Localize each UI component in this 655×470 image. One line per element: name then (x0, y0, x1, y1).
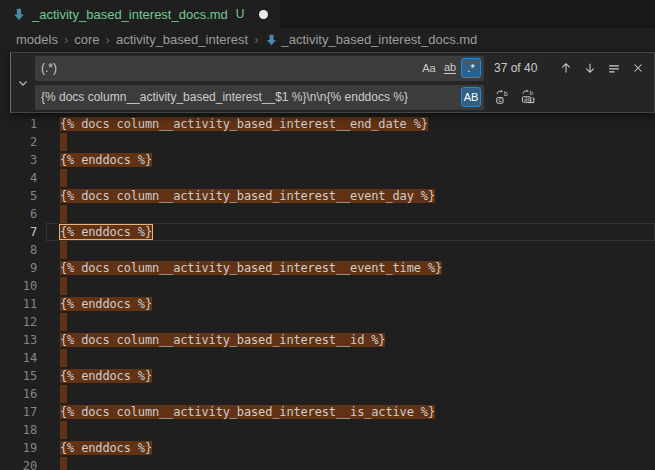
find-match: {% enddocs %} (60, 369, 152, 383)
find-match-empty (60, 277, 67, 295)
editor-line[interactable]: 7{% enddocs %} (0, 223, 655, 241)
line-content[interactable]: {% docs column__activity_based_interest_… (60, 187, 435, 205)
line-number[interactable]: 6 (0, 205, 37, 223)
dbt-file-icon (12, 7, 26, 21)
editor-line[interactable]: 17{% docs column__activity_based_interes… (0, 403, 655, 421)
breadcrumb-item-file[interactable]: _activity_based_interest_docs.md (265, 32, 478, 47)
line-content[interactable]: {% enddocs %} (60, 295, 152, 313)
find-match: {% enddocs %} (60, 153, 152, 167)
editor-line[interactable]: 18 (0, 421, 655, 439)
line-content[interactable] (60, 277, 67, 295)
current-find-match: {% enddocs %} (60, 225, 152, 239)
line-number[interactable]: 10 (0, 277, 37, 295)
replace-input[interactable] (35, 90, 460, 104)
find-in-selection-button[interactable] (604, 58, 624, 78)
dbt-file-icon (265, 33, 278, 46)
find-input[interactable] (35, 61, 418, 75)
line-number[interactable]: 9 (0, 259, 37, 277)
editor-line[interactable]: 8 (0, 241, 655, 259)
line-number[interactable]: 3 (0, 151, 37, 169)
editor[interactable]: Aa ab .* 37 of 40 (0, 50, 655, 470)
find-match-empty (60, 349, 67, 367)
line-number[interactable]: 8 (0, 241, 37, 259)
editor-line[interactable]: 3{% enddocs %} (0, 151, 655, 169)
editor-line[interactable]: 6 (0, 205, 655, 223)
line-number[interactable]: 1 (0, 115, 37, 133)
breadcrumb-item-models[interactable]: models (16, 32, 58, 47)
line-number[interactable]: 12 (0, 313, 37, 331)
line-number[interactable]: 4 (0, 169, 37, 187)
editor-line[interactable]: 4 (0, 169, 655, 187)
line-number[interactable]: 19 (0, 439, 37, 457)
line-content[interactable]: {% docs column__activity_based_interest_… (60, 403, 435, 421)
line-content[interactable] (60, 349, 67, 367)
line-content[interactable] (60, 421, 67, 439)
breadcrumb-item-core[interactable]: core (74, 32, 99, 47)
close-icon[interactable] (628, 58, 648, 78)
line-content[interactable] (60, 205, 67, 223)
editor-line[interactable]: 20 (0, 457, 655, 470)
line-content[interactable]: {% enddocs %} (60, 439, 152, 457)
line-content[interactable]: {% docs column__activity_based_interest_… (60, 331, 385, 349)
line-number[interactable]: 2 (0, 133, 37, 151)
replace-all-icon[interactable]: b ac (518, 87, 538, 107)
line-number[interactable]: 11 (0, 295, 37, 313)
line-content[interactable]: {% enddocs %} (60, 367, 152, 385)
editor-line[interactable]: 15{% enddocs %} (0, 367, 655, 385)
next-match-button[interactable] (580, 58, 600, 78)
editor-line[interactable]: 9{% docs column__activity_based_interest… (0, 259, 655, 277)
regex-toggle[interactable]: .* (461, 58, 481, 78)
editor-line[interactable]: 12 (0, 313, 655, 331)
line-content[interactable] (60, 241, 67, 259)
line-content[interactable] (60, 133, 67, 151)
editor-line[interactable]: 19{% enddocs %} (0, 439, 655, 457)
editor-line[interactable]: 10 (0, 277, 655, 295)
line-content[interactable]: {% enddocs %} (60, 223, 152, 241)
editor-line[interactable]: 5{% docs column__activity_based_interest… (0, 187, 655, 205)
find-match: {% docs column__activity_based_interest_… (60, 189, 435, 203)
chevron-down-icon (15, 75, 31, 91)
toggle-replace-button[interactable] (11, 53, 35, 112)
editor-line[interactable]: 2 (0, 133, 655, 151)
line-content[interactable]: {% enddocs %} (60, 151, 152, 169)
editor-line[interactable]: 14 (0, 349, 655, 367)
modified-dot-icon[interactable] (259, 10, 268, 19)
code-area[interactable]: 1{% docs column__activity_based_interest… (0, 50, 655, 470)
line-number[interactable]: 18 (0, 421, 37, 439)
tab-bar: _activity_based_interest_docs.md U (0, 0, 655, 28)
line-content[interactable]: {% docs column__activity_based_interest_… (60, 259, 442, 277)
editor-line[interactable]: 11{% enddocs %} (0, 295, 655, 313)
breadcrumb: models › core › activity_based_interest … (0, 28, 655, 50)
editor-line[interactable]: 1{% docs column__activity_based_interest… (0, 115, 655, 133)
line-number[interactable]: 15 (0, 367, 37, 385)
find-match-empty (60, 457, 67, 470)
editor-line[interactable]: 13{% docs column__activity_based_interes… (0, 331, 655, 349)
line-number[interactable]: 17 (0, 403, 37, 421)
find-match-empty (60, 133, 67, 151)
breadcrumb-item-folder[interactable]: activity_based_interest (116, 32, 248, 47)
line-number[interactable]: 14 (0, 349, 37, 367)
preserve-case-toggle[interactable]: AB (461, 87, 481, 107)
chevron-right-icon: › (64, 32, 68, 47)
line-number[interactable]: 5 (0, 187, 37, 205)
find-input-box: Aa ab .* (35, 56, 484, 81)
find-match-empty (60, 313, 67, 331)
line-number[interactable]: 16 (0, 385, 37, 403)
whole-word-toggle[interactable]: ab (440, 58, 460, 78)
svg-text:c: c (498, 96, 502, 104)
line-number[interactable]: 20 (0, 457, 37, 470)
line-number[interactable]: 7 (0, 223, 37, 241)
line-content[interactable] (60, 169, 67, 187)
line-content[interactable] (60, 385, 67, 403)
match-case-toggle[interactable]: Aa (419, 58, 439, 78)
editor-line[interactable]: 16 (0, 385, 655, 403)
line-number[interactable]: 13 (0, 331, 37, 349)
chevron-right-icon: › (254, 32, 258, 47)
line-content[interactable] (60, 313, 67, 331)
tab-active-file[interactable]: _activity_based_interest_docs.md U (0, 0, 280, 28)
line-content[interactable]: {% docs column__activity_based_interest_… (60, 115, 428, 133)
chevron-right-icon: › (106, 32, 110, 47)
line-content[interactable] (60, 457, 67, 470)
replace-icon[interactable]: b c (492, 87, 512, 107)
previous-match-button[interactable] (556, 58, 576, 78)
